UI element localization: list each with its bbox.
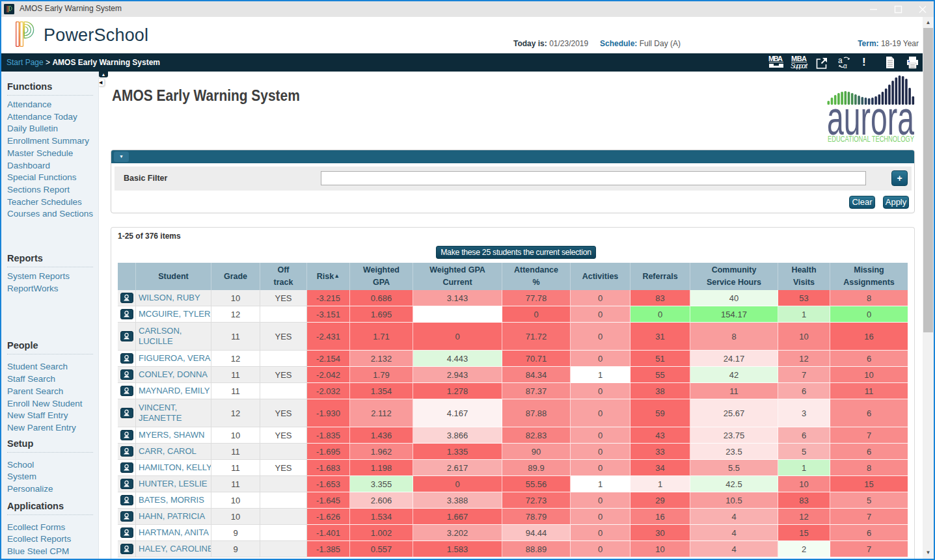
svg-text:EDUCATIONAL TECHNOLOGY: EDUCATIONAL TECHNOLOGY xyxy=(828,134,914,144)
svg-text:α: α xyxy=(843,62,847,70)
svg-text:MBA: MBA xyxy=(791,55,807,62)
svg-text:Support: Support xyxy=(791,62,808,70)
svg-text:a: a xyxy=(838,56,843,65)
svg-text:MBA: MBA xyxy=(768,55,783,62)
